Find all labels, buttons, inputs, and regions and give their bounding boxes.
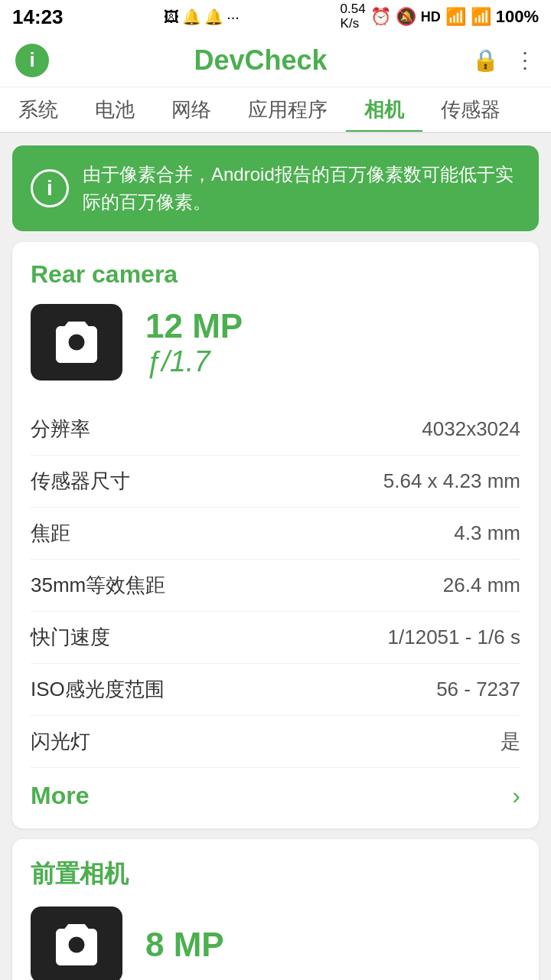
tab-sensors[interactable]: 传感器 (422, 87, 519, 132)
spec-value-resolution: 4032x3024 (422, 417, 520, 441)
alarm-icon: ⏰ (370, 7, 391, 27)
status-icons: 🖼 🔔 🔔 ··· (164, 8, 240, 26)
status-bar: 14:23 🖼 🔔 🔔 ··· 0.54K/s ⏰ 🔕 HD 📶 📶 100% (0, 0, 551, 34)
spec-value-shutter: 1/12051 - 1/6 s (388, 626, 520, 649)
tab-apps[interactable]: 应用程序 (230, 87, 346, 132)
mute-icon: 🔕 (396, 7, 416, 27)
camera-icon-box (31, 304, 122, 381)
status-time: 14:23 (12, 5, 64, 29)
spec-value-equiv-focal: 26.4 mm (443, 573, 520, 597)
camera-megapixels: 12 MP (145, 307, 243, 345)
spec-row-shutter: 快门速度 1/12051 - 1/6 s (31, 612, 520, 664)
spec-row-sensor-size: 传感器尺寸 5.64 x 4.23 mm (31, 456, 520, 508)
spec-value-sensor-size: 5.64 x 4.23 mm (383, 469, 520, 493)
image-icon: 🖼 (164, 8, 179, 26)
front-camera-header: 8 MP (31, 906, 520, 980)
banner-text: 由于像素合并，Android报告的百万像素数可能低于实际的百万像素。 (83, 161, 520, 216)
spec-label-flash: 闪光灯 (31, 728, 90, 755)
camera-header: 12 MP ƒ/1.7 (31, 304, 520, 381)
top-bar-right: 🔒 ⋮ (472, 47, 536, 73)
spec-label-resolution: 分辨率 (31, 416, 90, 443)
signal-icon: 📶 (471, 7, 491, 27)
spec-label-sensor-size: 传感器尺寸 (31, 468, 130, 495)
front-camera-specs: 8 MP (145, 926, 224, 964)
rear-camera-title: Rear camera (31, 260, 520, 289)
tab-battery[interactable]: 电池 (77, 87, 153, 132)
wifi-icon: 📶 (445, 7, 466, 27)
content-area: i 由于像素合并，Android报告的百万像素数可能低于实际的百万像素。 Rea… (0, 133, 551, 980)
notification-icon1: 🔔 (182, 8, 201, 26)
status-right: 0.54K/s ⏰ 🔕 HD 📶 📶 100% (341, 2, 539, 31)
more-label: More (31, 782, 89, 810)
spec-value-focal-length: 4.3 mm (454, 521, 520, 545)
spec-label-focal-length: 焦距 (31, 520, 70, 547)
front-camera-title: 前置相机 (31, 858, 520, 891)
network-speed: 0.54K/s (341, 2, 366, 31)
front-camera-icon-box (31, 906, 122, 980)
lock-icon[interactable]: 🔒 (472, 47, 499, 73)
camera-aperture: ƒ/1.7 (145, 345, 243, 378)
spec-row-resolution: 分辨率 4032x3024 (31, 403, 520, 456)
tab-network[interactable]: 网络 (153, 87, 230, 132)
spec-row-focal-length: 焦距 4.3 mm (31, 508, 520, 560)
top-bar: i DevCheck 🔒 ⋮ (0, 34, 551, 87)
spec-row-flash: 闪光灯 是 (31, 716, 520, 768)
notification-icon2: 🔔 (204, 8, 223, 26)
rear-camera-card: Rear camera 12 MP ƒ/1.7 分辨率 4032x3024 传感… (12, 242, 539, 828)
tab-bar: 系统 电池 网络 应用程序 相机 传感器 (0, 87, 551, 133)
spec-label-iso: ISO感光度范围 (31, 676, 165, 703)
tab-camera[interactable]: 相机 (346, 87, 422, 132)
front-camera-megapixels: 8 MP (145, 926, 224, 963)
spec-value-flash: 是 (500, 728, 520, 755)
camera-icon (49, 315, 104, 370)
overflow-menu-icon[interactable]: ⋮ (514, 47, 536, 73)
front-camera-card: 前置相机 8 MP (12, 839, 539, 980)
banner-info-icon: i (31, 169, 69, 207)
tab-system[interactable]: 系统 (0, 87, 77, 132)
info-button[interactable]: i (15, 44, 49, 77)
battery-percent: 100% (496, 7, 539, 27)
spec-row-equiv-focal: 35mm等效焦距 26.4 mm (31, 560, 520, 612)
app-title: DevCheck (194, 44, 327, 77)
more-row[interactable]: More › (31, 768, 520, 810)
hd-badge: HD (421, 9, 441, 25)
info-banner: i 由于像素合并，Android报告的百万像素数可能低于实际的百万像素。 (12, 145, 539, 231)
spec-label-equiv-focal: 35mm等效焦距 (31, 572, 165, 599)
spec-value-iso: 56 - 7237 (436, 678, 520, 701)
top-bar-left[interactable]: i (15, 44, 49, 77)
camera-spec-summary: 12 MP ƒ/1.7 (145, 307, 243, 378)
chevron-right-icon: › (512, 782, 520, 810)
front-camera-icon (49, 917, 104, 972)
spec-row-iso: ISO感光度范围 56 - 7237 (31, 664, 520, 716)
spec-label-shutter: 快门速度 (31, 624, 110, 651)
dots-icon: ··· (227, 8, 240, 26)
